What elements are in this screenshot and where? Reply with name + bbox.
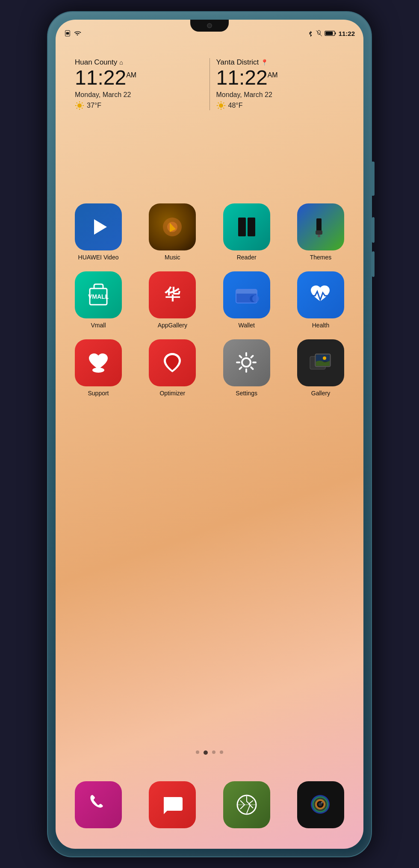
app-vmall[interactable]: VMALL Vmall [68, 271, 128, 329]
svg-rect-29 [316, 218, 322, 231]
svg-line-13 [82, 103, 83, 103]
app-label-settings: Settings [236, 390, 257, 397]
optimizer-svg [159, 349, 186, 377]
wifi-icon [74, 30, 81, 37]
app-label-themes: Themes [310, 254, 332, 261]
svg-point-6 [77, 104, 81, 108]
app-music[interactable]: Music [142, 203, 202, 261]
svg-line-47 [251, 367, 253, 369]
app-icon-wallet [223, 271, 270, 318]
reader-svg [234, 214, 260, 240]
app-optimizer[interactable]: Optimizer [142, 339, 202, 397]
battery-icon [325, 30, 336, 36]
ampm-right: AM [268, 71, 278, 79]
status-time: 11:22 [339, 30, 355, 37]
app-icon-huawei-video [75, 203, 122, 250]
phone-svg [86, 792, 111, 818]
weather-left: Huan County ⌂ 11:22AM Monday, March 22 [68, 54, 210, 115]
weather-right: Yanta District 📍 11:22AM Monday, March 2… [210, 54, 351, 115]
wallet-svg [233, 281, 260, 309]
app-icon-messages [149, 781, 196, 828]
temp-left-value: 37°F [87, 102, 101, 109]
dock-messages[interactable] [142, 781, 202, 832]
svg-line-48 [251, 356, 253, 358]
app-label-optimizer: Optimizer [159, 390, 185, 397]
dock-phone[interactable] [68, 781, 128, 832]
app-settings[interactable]: Settings [217, 339, 277, 397]
svg-line-22 [223, 103, 224, 103]
app-label-reader: Reader [237, 254, 257, 261]
date-left: Monday, March 22 [75, 91, 203, 99]
phone-screen: 11:22 Huan County ⌂ 11:22AM Monday, Marc… [56, 20, 363, 849]
svg-line-23 [218, 108, 218, 109]
status-right-icons: 11:22 [307, 30, 355, 37]
app-icon-phone [75, 781, 122, 828]
page-dot-2[interactable] [204, 750, 208, 755]
app-icon-gallery [297, 339, 344, 386]
messages-svg [159, 792, 185, 818]
volume-up-button[interactable] [372, 217, 375, 243]
app-health[interactable]: Health [291, 271, 351, 329]
app-icon-camera [297, 781, 344, 828]
svg-rect-28 [248, 218, 255, 236]
svg-line-11 [77, 103, 77, 103]
svg-line-49 [240, 367, 242, 369]
status-left-icons [64, 30, 81, 37]
themes-svg [308, 214, 333, 240]
app-label-huawei-video: HUAWEI Video [78, 254, 119, 261]
time-left: 11:22AM [75, 67, 203, 89]
page-dots [56, 750, 363, 755]
app-icon-music [149, 203, 196, 250]
svg-line-20 [218, 103, 218, 103]
app-icon-settings [223, 339, 270, 386]
home-icon: ⌂ [119, 59, 123, 66]
svg-point-41 [242, 358, 251, 367]
svg-line-12 [82, 108, 83, 109]
app-wallet[interactable]: Wallet [217, 271, 277, 329]
app-gallery[interactable]: Gallery [291, 339, 351, 397]
app-icon-support [75, 339, 122, 386]
appgallery-svg: 华 [159, 281, 186, 309]
app-label-music: Music [165, 254, 180, 261]
svg-point-39 [252, 295, 259, 302]
app-icon-health [297, 271, 344, 318]
volume-down-button[interactable] [372, 251, 375, 277]
power-button[interactable] [371, 162, 375, 196]
page-dot-1[interactable] [196, 750, 199, 754]
location-left-text: Huan County [75, 58, 117, 67]
app-label-gallery: Gallery [311, 390, 330, 397]
app-reader[interactable]: Reader [217, 203, 277, 261]
app-themes[interactable]: Themes [291, 203, 351, 261]
pin-icon: 📍 [261, 59, 268, 66]
app-label-health: Health [312, 322, 329, 329]
app-huawei-video[interactable]: HUAWEI Video [68, 203, 128, 261]
phone-frame: 11:22 Huan County ⌂ 11:22AM Monday, Marc… [47, 11, 372, 857]
page-dot-4[interactable] [220, 750, 223, 754]
app-row-2: VMALL Vmall 华 AppGallery [68, 271, 351, 329]
location-left: Huan County ⌂ [75, 58, 203, 67]
sun-right-icon [216, 101, 226, 110]
svg-line-21 [223, 108, 224, 109]
time-right: 11:22AM [216, 67, 345, 89]
app-appgallery[interactable]: 华 AppGallery [142, 271, 202, 329]
app-support[interactable]: Support [68, 339, 128, 397]
svg-rect-1 [66, 32, 69, 34]
dock-browser[interactable] [217, 781, 277, 832]
svg-marker-24 [94, 219, 107, 235]
svg-point-60 [321, 802, 323, 803]
camera-svg [307, 791, 334, 818]
mute-icon [316, 30, 322, 37]
bluetooth-icon [307, 30, 313, 37]
temp-right-value: 48°F [228, 102, 243, 109]
svg-rect-4 [335, 32, 336, 35]
vmall-svg: VMALL [85, 281, 112, 309]
page-dot-3[interactable] [212, 750, 215, 754]
music-svg [159, 214, 185, 240]
front-camera [207, 23, 212, 28]
app-icon-browser [223, 781, 270, 828]
svg-point-15 [219, 104, 223, 108]
svg-line-46 [240, 356, 242, 358]
app-icon-vmall: VMALL [75, 271, 122, 318]
dock-camera[interactable] [291, 781, 351, 832]
svg-rect-37 [236, 292, 257, 294]
